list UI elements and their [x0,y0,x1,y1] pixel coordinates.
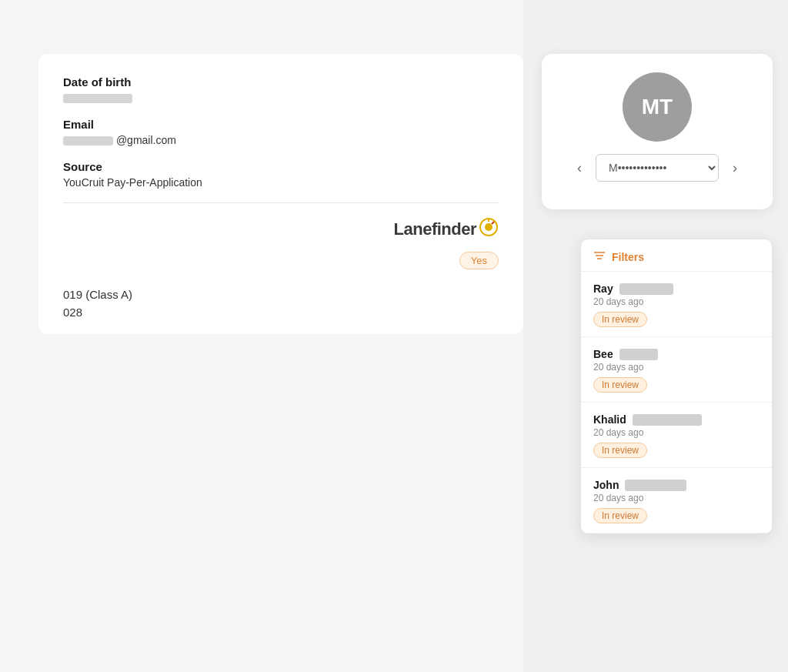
divider-1 [63,202,499,203]
email-value: @gmail.com [63,134,499,146]
candidate-dropdown[interactable]: M••••••••••••• [596,154,719,182]
logo-area: Lanefinder [63,217,499,241]
applicant-date-khalid: 20 days ago [593,427,760,438]
status-badge-khalid: In review [593,443,647,458]
status-badge-ray: In review [593,312,647,327]
filters-icon [593,250,606,263]
filters-row[interactable]: Filters [581,239,772,272]
svg-point-1 [485,223,492,231]
email-label: Email [63,118,499,131]
filters-label: Filters [612,251,644,263]
email-blurred [63,136,113,145]
applicant-name-john: John [593,479,760,491]
profile-card: Date of birth Email @gmail.com Source Yo… [38,54,523,334]
prev-arrow[interactable]: ‹ [571,157,588,179]
status-badge-bee: In review [593,377,647,393]
applicant-name-khalid: Khalid [593,413,760,426]
applicant-date-ray: 20 days ago [593,296,760,307]
next-arrow[interactable]: › [726,157,743,179]
applicant-lastname-john [625,480,686,491]
lanefinder-icon [479,217,499,241]
dob-value [63,92,499,104]
right-panel: MT ‹ M••••••••••••• › [542,54,773,209]
yes-badge: Yes [459,252,499,269]
dob-label: Date of birth [63,75,499,89]
source-label: Source [63,160,499,173]
applicant-item-john[interactable]: John 20 days ago In review [581,468,772,533]
lanefinder-logo: Lanefinder [394,217,499,241]
applicant-item-khalid[interactable]: Khalid 20 days ago In review [581,403,772,468]
applicant-name-bee: Bee [593,348,760,360]
applicant-item-ray[interactable]: Ray 20 days ago In review [581,272,772,337]
applicant-date-bee: 20 days ago [593,362,760,373]
license-text: 019 (Class A) [63,288,499,301]
status-badge-john: In review [593,508,647,523]
applicant-lastname-ray [619,283,673,295]
dob-blurred [63,94,132,103]
lanefinder-text: Lanefinder [394,219,476,239]
source-section: Source YouCruit Pay-Per-Application [63,160,499,189]
applicants-dropdown-panel: Filters Ray 20 days ago In review Bee 20… [580,239,773,534]
avatar: MT [623,72,692,142]
applicant-item-bee[interactable]: Bee 20 days ago In review [581,337,772,403]
applicant-name-ray: Ray [593,283,760,295]
applicant-date-john: 20 days ago [593,493,760,503]
email-domain: @gmail.com [116,134,176,146]
license-area: 019 (Class A) 028 [63,288,499,319]
applicant-lastname-bee [619,349,658,360]
date-of-birth-section: Date of birth [63,75,499,104]
source-value: YouCruit Pay-Per-Application [63,176,499,189]
yes-badge-area: Yes [63,252,499,269]
applicant-lastname-khalid [633,414,702,426]
nav-row: ‹ M••••••••••••• › [559,154,756,194]
email-section: Email @gmail.com [63,118,499,146]
applicants-scroll[interactable]: Filters Ray 20 days ago In review Bee 20… [581,239,772,533]
exp-text: 028 [63,306,499,319]
svg-line-3 [492,222,494,224]
avatar-area: MT ‹ M••••••••••••• › [542,72,773,209]
